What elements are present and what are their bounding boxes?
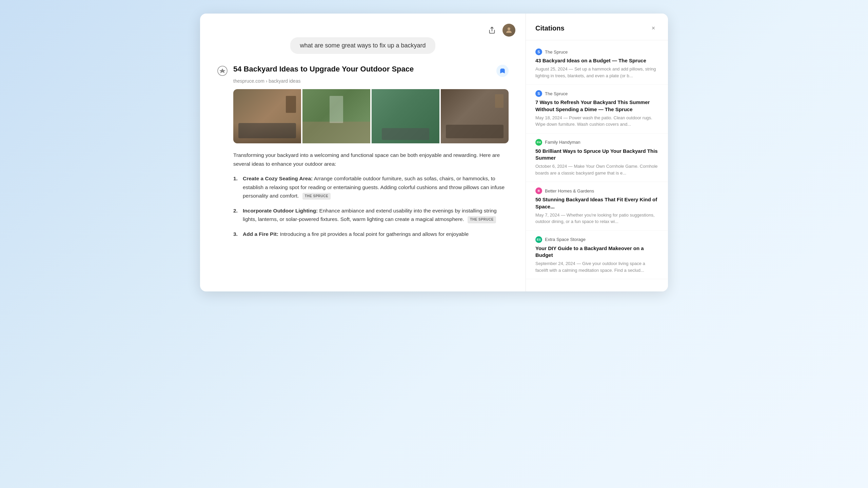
citation-title-5: Your DIY Guide to a Backyard Makeover on… <box>535 245 658 259</box>
list-content-2: Incorporate Outdoor Lighting: Enhance am… <box>243 206 509 224</box>
breadcrumb-site: thespruce.com <box>233 78 264 84</box>
citations-header: Citations × <box>526 14 668 40</box>
list-text-3: Introducing a fire pit provides a focal … <box>280 231 469 237</box>
svg-point-1 <box>508 27 510 30</box>
favicon-5: ES <box>535 236 542 243</box>
ai-icon <box>217 65 228 76</box>
citation-source-3: FH Family Handyman <box>535 139 658 146</box>
citation-snippet-5: September 24, 2024 — Give your outdoor l… <box>535 260 658 273</box>
list-label-2: Incorporate Outdoor Lighting: <box>243 208 318 214</box>
list-item: 2. Incorporate Outdoor Lighting: Enhance… <box>233 206 509 224</box>
citation-snippet-1: August 25, 2024 — Set up a hammock and a… <box>535 66 658 79</box>
list-num-1: 1. <box>233 174 240 183</box>
breadcrumb-path: backyard ideas <box>269 78 300 84</box>
response-intro: Transforming your backyard into a welcom… <box>233 151 509 168</box>
citation-snippet-3: October 6, 2024 — Make Your Own Cornhole… <box>535 163 658 176</box>
user-message-area: what are some great ways to fix up a bac… <box>217 37 509 54</box>
citation-source-4: B Better Homes & Gardens <box>535 187 658 194</box>
user-message-text: what are some great ways to fix up a bac… <box>300 42 426 49</box>
close-button[interactable]: × <box>648 23 658 33</box>
favicon-2: S <box>535 90 542 97</box>
citation-item-4[interactable]: B Better Homes & Gardens 50 Stunning Bac… <box>526 182 668 231</box>
source-name-2: The Spruce <box>545 91 568 96</box>
list-item: 3. Add a Fire Pit: Introducing a fire pi… <box>233 230 509 239</box>
citation-snippet-4: May 7, 2024 — Whether you're looking for… <box>535 212 658 225</box>
share-button[interactable] <box>486 24 498 37</box>
breadcrumb-separator: › <box>266 78 269 84</box>
citation-item-1[interactable]: S The Spruce 43 Backyard Ideas on a Budg… <box>526 43 668 85</box>
citations-list: S The Spruce 43 Backyard Ideas on a Budg… <box>526 40 668 291</box>
citation-snippet-2: May 18, 2024 — Power wash the patio. Cle… <box>535 115 658 128</box>
source-tag-2[interactable]: THE SPRUCE <box>468 216 496 223</box>
citation-source-1: S The Spruce <box>535 48 658 55</box>
favicon-4: B <box>535 187 542 194</box>
list-label-3: Add a Fire Pit: <box>243 231 278 237</box>
bookmark-button[interactable] <box>496 65 509 77</box>
citation-source-2: S The Spruce <box>535 90 658 97</box>
source-name-4: Better Homes & Gardens <box>545 188 594 194</box>
image-grid <box>233 89 509 143</box>
citation-source-5: ES Extra Space Storage <box>535 236 658 243</box>
source-name-1: The Spruce <box>545 49 568 55</box>
result-title-row: 54 Backyard Ideas to Upgrade Your Outdoo… <box>233 65 509 77</box>
result-image-2 <box>302 89 370 143</box>
breadcrumb[interactable]: thespruce.com › backyard ideas <box>233 78 509 84</box>
list-num-3: 3. <box>233 230 240 239</box>
citation-item-3[interactable]: FH Family Handyman 50 Brilliant Ways to … <box>526 134 668 182</box>
citations-title: Citations <box>535 24 565 32</box>
response-list: 1. Create a Cozy Seating Area: Arrange c… <box>233 174 509 238</box>
source-tag-1[interactable]: THE SPRUCE <box>302 193 331 200</box>
result-image-1 <box>233 89 301 143</box>
source-name-5: Extra Space Storage <box>545 237 586 242</box>
list-item: 1. Create a Cozy Seating Area: Arrange c… <box>233 174 509 200</box>
citation-title-4: 50 Stunning Backyard Ideas That Fit Ever… <box>535 196 658 210</box>
ai-response: 54 Backyard Ideas to Upgrade Your Outdoo… <box>217 65 509 245</box>
top-right-actions <box>486 24 515 37</box>
right-panel: Citations × S The Spruce 43 Backyard Ide… <box>526 14 668 291</box>
list-num-2: 2. <box>233 206 240 215</box>
favicon-1: S <box>535 48 542 55</box>
avatar[interactable] <box>502 24 515 37</box>
source-name-3: Family Handyman <box>545 140 580 145</box>
result-title: 54 Backyard Ideas to Upgrade Your Outdoo… <box>233 65 496 74</box>
citation-item-2[interactable]: S The Spruce 7 Ways to Refresh Your Back… <box>526 85 668 134</box>
left-panel: what are some great ways to fix up a bac… <box>200 14 526 291</box>
citation-title-3: 50 Brilliant Ways to Spruce Up Your Back… <box>535 148 658 162</box>
user-message-bubble: what are some great ways to fix up a bac… <box>290 37 435 54</box>
ai-content: 54 Backyard Ideas to Upgrade Your Outdoo… <box>233 65 509 245</box>
list-label-1: Create a Cozy Seating Area: <box>243 176 313 181</box>
citation-title-1: 43 Backyard Ideas on a Budget — The Spru… <box>535 57 658 64</box>
favicon-3: FH <box>535 139 542 146</box>
citation-title-2: 7 Ways to Refresh Your Backyard This Sum… <box>535 99 658 113</box>
main-container: what are some great ways to fix up a bac… <box>200 14 668 291</box>
list-content-1: Create a Cozy Seating Area: Arrange comf… <box>243 174 509 200</box>
result-image-3 <box>372 89 439 143</box>
citation-item-5[interactable]: ES Extra Space Storage Your DIY Guide to… <box>526 231 668 280</box>
result-image-4 <box>441 89 509 143</box>
list-content-3: Add a Fire Pit: Introducing a fire pit p… <box>243 230 469 239</box>
